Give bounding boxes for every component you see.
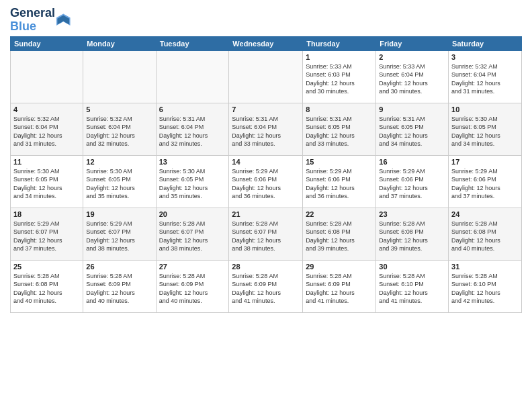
day-info: Sunrise: 5:28 AM Sunset: 6:09 PM Dayligh… — [232, 272, 300, 306]
weekday-tuesday: Tuesday — [156, 36, 229, 50]
weekday-friday: Friday — [376, 36, 449, 50]
day-number: 13 — [159, 158, 226, 166]
header: GeneralBlue — [10, 7, 522, 34]
calendar-cell: 16Sunrise: 5:29 AM Sunset: 6:06 PM Dayli… — [376, 155, 449, 208]
calendar-cell: 8Sunrise: 5:31 AM Sunset: 6:05 PM Daylig… — [303, 103, 376, 155]
logo-icon — [56, 13, 71, 28]
day-info: Sunrise: 5:28 AM Sunset: 6:08 PM Dayligh… — [13, 272, 80, 306]
day-number: 30 — [379, 263, 445, 271]
day-number: 10 — [451, 105, 519, 113]
day-number: 7 — [232, 105, 300, 113]
week-row-1: 1Sunrise: 5:33 AM Sunset: 6:03 PM Daylig… — [11, 50, 522, 103]
day-info: Sunrise: 5:28 AM Sunset: 6:10 PM Dayligh… — [451, 272, 519, 306]
day-info: Sunrise: 5:32 AM Sunset: 6:04 PM Dayligh… — [451, 62, 519, 96]
calendar-cell: 27Sunrise: 5:28 AM Sunset: 6:09 PM Dayli… — [156, 260, 229, 312]
day-info: Sunrise: 5:28 AM Sunset: 6:08 PM Dayligh… — [306, 220, 373, 253]
day-info: Sunrise: 5:29 AM Sunset: 6:06 PM Dayligh… — [451, 167, 519, 201]
weekday-monday: Monday — [83, 36, 156, 50]
calendar-cell — [11, 50, 83, 103]
day-number: 31 — [451, 263, 519, 271]
day-number: 15 — [306, 158, 373, 166]
day-info: Sunrise: 5:31 AM Sunset: 6:04 PM Dayligh… — [159, 115, 226, 148]
calendar-cell: 12Sunrise: 5:30 AM Sunset: 6:05 PM Dayli… — [83, 155, 156, 208]
calendar-cell: 28Sunrise: 5:28 AM Sunset: 6:09 PM Dayli… — [229, 260, 303, 312]
day-info: Sunrise: 5:28 AM Sunset: 6:08 PM Dayligh… — [451, 220, 519, 253]
calendar-cell — [156, 50, 229, 103]
day-number: 18 — [13, 210, 80, 218]
day-info: Sunrise: 5:30 AM Sunset: 6:05 PM Dayligh… — [159, 167, 226, 201]
calendar-cell: 7Sunrise: 5:31 AM Sunset: 6:04 PM Daylig… — [229, 103, 303, 155]
day-number: 14 — [232, 158, 300, 166]
day-number: 19 — [86, 210, 152, 218]
day-number: 6 — [159, 105, 226, 113]
calendar-cell: 15Sunrise: 5:29 AM Sunset: 6:06 PM Dayli… — [303, 155, 376, 208]
day-info: Sunrise: 5:29 AM Sunset: 6:07 PM Dayligh… — [86, 220, 152, 253]
day-number: 25 — [13, 263, 80, 271]
calendar-cell: 5Sunrise: 5:32 AM Sunset: 6:04 PM Daylig… — [83, 103, 156, 155]
day-number: 22 — [306, 210, 373, 218]
day-number: 5 — [86, 105, 152, 113]
day-number: 1 — [306, 53, 373, 61]
calendar-cell: 24Sunrise: 5:28 AM Sunset: 6:08 PM Dayli… — [449, 208, 522, 260]
day-number: 29 — [306, 263, 373, 271]
day-number: 9 — [379, 105, 445, 113]
day-info: Sunrise: 5:28 AM Sunset: 6:09 PM Dayligh… — [86, 272, 152, 306]
calendar-cell: 20Sunrise: 5:28 AM Sunset: 6:07 PM Dayli… — [156, 208, 229, 260]
logo-text: GeneralBlue — [10, 7, 55, 34]
day-info: Sunrise: 5:30 AM Sunset: 6:05 PM Dayligh… — [13, 167, 80, 201]
day-number: 17 — [451, 158, 519, 166]
day-number: 8 — [306, 105, 373, 113]
calendar-table: SundayMondayTuesdayWednesdayThursdayFrid… — [10, 36, 522, 313]
calendar-cell: 14Sunrise: 5:29 AM Sunset: 6:06 PM Dayli… — [229, 155, 303, 208]
weekday-saturday: Saturday — [449, 36, 522, 50]
week-row-4: 18Sunrise: 5:29 AM Sunset: 6:07 PM Dayli… — [11, 208, 522, 260]
calendar-cell: 29Sunrise: 5:28 AM Sunset: 6:09 PM Dayli… — [303, 260, 376, 312]
day-info: Sunrise: 5:31 AM Sunset: 6:04 PM Dayligh… — [232, 115, 300, 148]
week-row-3: 11Sunrise: 5:30 AM Sunset: 6:05 PM Dayli… — [11, 155, 522, 208]
page-container: GeneralBlue SundayMondayTuesdayWednesday… — [0, 0, 532, 411]
day-info: Sunrise: 5:28 AM Sunset: 6:10 PM Dayligh… — [379, 272, 445, 306]
calendar-cell: 13Sunrise: 5:30 AM Sunset: 6:05 PM Dayli… — [156, 155, 229, 208]
weekday-thursday: Thursday — [303, 36, 376, 50]
day-number: 3 — [451, 53, 519, 61]
day-number: 28 — [232, 263, 300, 271]
day-info: Sunrise: 5:28 AM Sunset: 6:09 PM Dayligh… — [159, 272, 226, 306]
calendar-cell: 31Sunrise: 5:28 AM Sunset: 6:10 PM Dayli… — [449, 260, 522, 312]
day-number: 20 — [159, 210, 226, 218]
day-number: 16 — [379, 158, 445, 166]
day-info: Sunrise: 5:31 AM Sunset: 6:05 PM Dayligh… — [379, 115, 445, 148]
calendar-cell: 23Sunrise: 5:28 AM Sunset: 6:08 PM Dayli… — [376, 208, 449, 260]
weekday-sunday: Sunday — [11, 36, 83, 50]
calendar-cell — [83, 50, 156, 103]
logo-blue: Blue — [10, 19, 36, 33]
day-number: 26 — [86, 263, 152, 271]
day-info: Sunrise: 5:28 AM Sunset: 6:08 PM Dayligh… — [379, 220, 445, 253]
day-info: Sunrise: 5:29 AM Sunset: 6:06 PM Dayligh… — [379, 167, 445, 201]
weekday-header-row: SundayMondayTuesdayWednesdayThursdayFrid… — [11, 36, 522, 50]
day-info: Sunrise: 5:33 AM Sunset: 6:04 PM Dayligh… — [379, 62, 445, 96]
day-number: 11 — [13, 158, 80, 166]
day-number: 2 — [379, 53, 445, 61]
calendar-cell: 4Sunrise: 5:32 AM Sunset: 6:04 PM Daylig… — [11, 103, 83, 155]
calendar-cell: 22Sunrise: 5:28 AM Sunset: 6:08 PM Dayli… — [303, 208, 376, 260]
calendar-cell: 9Sunrise: 5:31 AM Sunset: 6:05 PM Daylig… — [376, 103, 449, 155]
day-info: Sunrise: 5:29 AM Sunset: 6:07 PM Dayligh… — [13, 220, 80, 253]
calendar-cell: 1Sunrise: 5:33 AM Sunset: 6:03 PM Daylig… — [303, 50, 376, 103]
calendar-cell: 25Sunrise: 5:28 AM Sunset: 6:08 PM Dayli… — [11, 260, 83, 312]
day-number: 4 — [13, 105, 80, 113]
week-row-2: 4Sunrise: 5:32 AM Sunset: 6:04 PM Daylig… — [11, 103, 522, 155]
calendar-cell: 11Sunrise: 5:30 AM Sunset: 6:05 PM Dayli… — [11, 155, 83, 208]
calendar-cell: 18Sunrise: 5:29 AM Sunset: 6:07 PM Dayli… — [11, 208, 83, 260]
calendar-cell: 21Sunrise: 5:28 AM Sunset: 6:07 PM Dayli… — [229, 208, 303, 260]
calendar-cell: 3Sunrise: 5:32 AM Sunset: 6:04 PM Daylig… — [449, 50, 522, 103]
calendar-cell: 2Sunrise: 5:33 AM Sunset: 6:04 PM Daylig… — [376, 50, 449, 103]
day-info: Sunrise: 5:29 AM Sunset: 6:06 PM Dayligh… — [306, 167, 373, 201]
day-info: Sunrise: 5:28 AM Sunset: 6:07 PM Dayligh… — [232, 220, 300, 253]
day-info: Sunrise: 5:28 AM Sunset: 6:09 PM Dayligh… — [306, 272, 373, 306]
day-number: 24 — [451, 210, 519, 218]
day-number: 21 — [232, 210, 300, 218]
logo: GeneralBlue — [10, 7, 71, 34]
day-number: 23 — [379, 210, 445, 218]
calendar-cell: 10Sunrise: 5:30 AM Sunset: 6:05 PM Dayli… — [449, 103, 522, 155]
calendar-cell: 26Sunrise: 5:28 AM Sunset: 6:09 PM Dayli… — [83, 260, 156, 312]
